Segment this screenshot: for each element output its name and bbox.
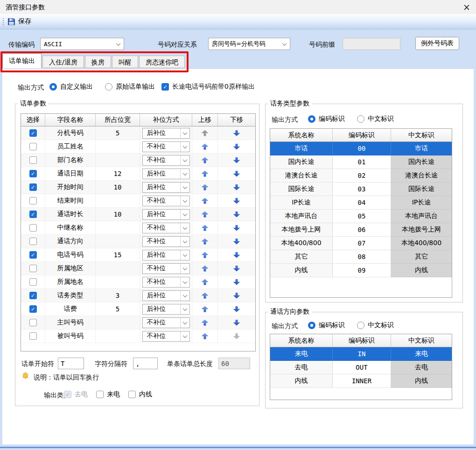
row-select-checkbox[interactable] (29, 332, 37, 340)
pad-mode-select[interactable]: 不补位 (142, 317, 190, 328)
pad-mode-select[interactable]: 不补位 (142, 141, 190, 152)
close-button[interactable]: × (460, 1, 473, 13)
move-up-button[interactable] (202, 198, 209, 204)
pad-mode-select[interactable]: 不补位 (142, 263, 190, 274)
pad-mode-select[interactable]: 后补位 (142, 290, 190, 301)
move-down-button[interactable] (233, 157, 240, 163)
checkbox[interactable] (64, 391, 71, 398)
table-row[interactable]: IP长途04IP长途 (270, 196, 452, 210)
table-row[interactable]: 其它08其它 (270, 250, 452, 264)
move-up-button[interactable] (202, 130, 209, 136)
move-down-button[interactable] (233, 130, 240, 136)
radio-code[interactable] (308, 322, 315, 329)
move-down-button[interactable] (233, 184, 240, 190)
table-row[interactable]: 港澳台长途02港澳台长途 (270, 169, 452, 183)
radio-original[interactable] (105, 83, 112, 91)
table-row[interactable]: 本地400/80007本地400/800 (270, 237, 452, 250)
row-select-checkbox[interactable] (29, 156, 37, 164)
move-up-button[interactable] (202, 171, 209, 177)
move-down-button[interactable] (233, 293, 240, 299)
row-select-checkbox[interactable] (29, 251, 37, 259)
table-row[interactable]: 内线09内线 (270, 264, 452, 277)
pad-mode-select[interactable]: 不补位 (142, 223, 190, 233)
move-down-button[interactable] (233, 266, 240, 272)
output-mode-option-original[interactable]: 原始话单输出 (105, 83, 155, 91)
tab-wakeup[interactable]: 叫醒 (112, 56, 138, 68)
separator-input[interactable] (133, 358, 158, 369)
pad-mode-select[interactable]: 不补位 (142, 196, 190, 206)
pad-mode-select[interactable]: 不补位 (142, 155, 190, 166)
output-type-outgoing[interactable]: 去电 (64, 390, 88, 399)
move-down-button[interactable] (233, 198, 240, 204)
move-up-button[interactable] (202, 252, 209, 258)
row-select-checkbox[interactable] (29, 319, 37, 326)
tab-room-change[interactable]: 换房 (85, 56, 111, 68)
radio-code[interactable] (308, 115, 315, 123)
move-down-button[interactable] (233, 252, 240, 258)
pad-mode-select[interactable]: 不补位 (142, 277, 190, 288)
tab-room-status-minibar[interactable]: 房态迷你吧 (139, 56, 185, 68)
pad-mode-select[interactable]: 后补位 (142, 304, 190, 315)
table-row[interactable]: 国际长途03国际长途 (270, 183, 452, 196)
tab-checkin-checkout[interactable]: 入住/退房 (42, 56, 84, 68)
row-select-checkbox[interactable] (29, 183, 37, 191)
row-select-checkbox[interactable] (29, 224, 37, 232)
move-down-button[interactable] (233, 225, 240, 231)
start-char-input[interactable] (58, 358, 84, 369)
total-length-input[interactable] (218, 358, 250, 369)
move-down-button[interactable] (233, 171, 240, 177)
row-select-checkbox[interactable] (29, 170, 37, 177)
pad-mode-select[interactable]: 后补位 (142, 169, 190, 179)
output-type-incoming[interactable]: 来电 (96, 390, 120, 399)
long-distance-option[interactable]: 长途电话号码前带0原样输出 (161, 83, 255, 91)
row-select-checkbox[interactable] (29, 265, 37, 272)
pad-mode-select[interactable]: 后补位 (142, 182, 190, 193)
call-type-mode-option-code[interactable]: 编码标识 (308, 115, 345, 123)
move-down-button[interactable] (233, 279, 240, 285)
transport-encoding-select[interactable]: ASCII (40, 38, 124, 50)
move-up-button[interactable] (202, 266, 209, 272)
tab-cdr-output[interactable]: 话单输出 (2, 53, 42, 68)
move-down-button[interactable] (233, 144, 240, 150)
move-down-button[interactable] (233, 306, 240, 312)
move-up-button[interactable] (202, 320, 209, 326)
checkbox[interactable] (128, 391, 136, 398)
move-up-button[interactable] (202, 144, 209, 150)
output-type-internal[interactable]: 内线 (128, 390, 152, 399)
pad-mode-select[interactable]: 后补位 (142, 209, 190, 220)
row-select-checkbox[interactable] (29, 292, 37, 299)
pad-mode-select[interactable]: 后补位 (142, 250, 190, 260)
number-prefix-input[interactable] (343, 38, 400, 50)
table-row[interactable]: 内线INNER内线 (270, 374, 452, 388)
row-select-checkbox[interactable] (29, 143, 37, 150)
move-up-button[interactable] (202, 293, 209, 299)
row-select-checkbox[interactable] (29, 278, 37, 286)
table-row[interactable]: 国内长途01国内长途 (270, 155, 452, 169)
radio-chinese[interactable] (357, 115, 364, 123)
number-mapping-select[interactable]: 房间号码=分机号码 (208, 38, 290, 50)
call-type-mode-option-chinese[interactable]: 中文标识 (357, 115, 394, 123)
move-up-button[interactable] (202, 239, 209, 245)
table-row[interactable]: 市话00市话 (270, 142, 452, 155)
row-select-checkbox[interactable] (29, 305, 37, 313)
row-select-checkbox[interactable] (29, 238, 37, 245)
move-down-button[interactable] (233, 239, 240, 245)
radio-custom[interactable] (49, 83, 57, 91)
table-row[interactable]: 来电IN来电 (270, 347, 452, 361)
move-up-button[interactable] (202, 225, 209, 231)
call-direction-mode-option-code[interactable]: 编码标识 (308, 321, 345, 330)
pad-mode-select[interactable]: 不补位 (142, 236, 190, 247)
move-up-button[interactable] (202, 157, 209, 163)
move-up-button[interactable] (202, 279, 209, 285)
table-row[interactable]: 去电OUT去电 (270, 361, 452, 374)
row-select-checkbox[interactable] (29, 129, 37, 137)
table-row[interactable]: 本地拨号上网06本地拨号上网 (270, 223, 452, 237)
output-mode-option-custom[interactable]: 自定义输出 (49, 83, 93, 91)
save-button[interactable]: 保存 (7, 16, 31, 27)
pad-mode-select[interactable]: 不补位 (142, 331, 190, 342)
radio-chinese[interactable] (357, 322, 364, 329)
checkbox[interactable] (96, 391, 104, 398)
move-up-button[interactable] (202, 211, 209, 218)
exception-number-table-button[interactable]: 例外号码表 (415, 37, 459, 50)
long-distance-checkbox[interactable] (161, 83, 169, 91)
